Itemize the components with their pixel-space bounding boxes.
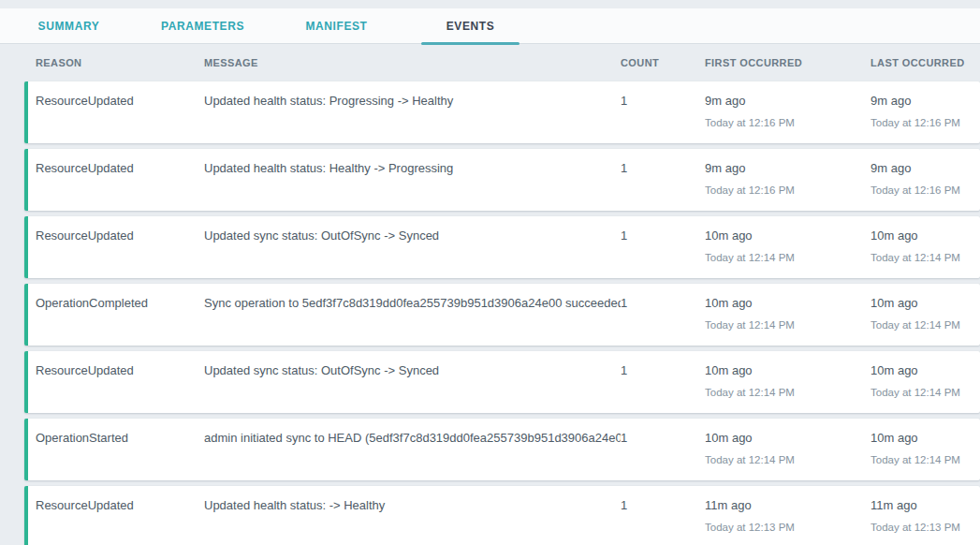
first-occurred-absolute: Today at 12:14 PM	[705, 250, 870, 265]
tab-summary[interactable]: SUMMARY	[2, 8, 136, 43]
last-occurred-relative: 10m ago	[870, 431, 980, 446]
header-reason: REASON	[28, 57, 204, 68]
first-occurred-absolute: Today at 12:14 PM	[705, 317, 870, 332]
event-last-occurred: 10m ago Today at 12:14 PM	[870, 228, 980, 278]
event-first-occurred: 10m ago Today at 12:14 PM	[705, 296, 870, 346]
event-first-occurred: 9m ago Today at 12:16 PM	[705, 161, 870, 211]
last-occurred-relative: 10m ago	[870, 363, 980, 378]
tab-manifest-label: MANIFEST	[305, 20, 367, 33]
header-count: COUNT	[621, 57, 705, 68]
tab-manifest[interactable]: MANIFEST	[270, 8, 403, 43]
first-occurred-absolute: Today at 12:16 PM	[705, 115, 870, 130]
event-reason: OperationCompleted	[28, 296, 204, 346]
event-message: Updated sync status: OutOfSync -> Synced	[204, 363, 621, 413]
application-tabs: SUMMARY PARAMETERS MANIFEST EVENTS	[0, 8, 980, 44]
first-occurred-relative: 10m ago	[705, 363, 870, 378]
last-occurred-relative: 9m ago	[870, 94, 980, 109]
event-first-occurred: 10m ago Today at 12:14 PM	[705, 363, 870, 413]
first-occurred-relative: 10m ago	[705, 228, 870, 243]
last-occurred-absolute: Today at 12:14 PM	[870, 452, 980, 467]
event-message: Updated health status: -> Healthy	[204, 498, 621, 545]
first-occurred-absolute: Today at 12:14 PM	[705, 385, 870, 400]
event-reason: ResourceUpdated	[28, 161, 204, 211]
last-occurred-absolute: Today at 12:16 PM	[870, 115, 980, 130]
event-count: 1	[621, 228, 705, 278]
event-message: Updated sync status: OutOfSync -> Synced	[204, 228, 621, 278]
event-count: 1	[621, 498, 705, 545]
event-last-occurred: 10m ago Today at 12:14 PM	[870, 431, 980, 480]
last-occurred-absolute: Today at 12:14 PM	[870, 250, 980, 265]
event-row: OperationStarted admin initiated sync to…	[24, 419, 980, 480]
event-message: Updated health status: Progressing -> He…	[204, 94, 621, 143]
first-occurred-relative: 9m ago	[705, 94, 870, 109]
last-occurred-relative: 10m ago	[870, 296, 980, 311]
header-last-occurred: LAST OCCURRED	[870, 57, 980, 68]
event-row: OperationCompleted Sync operation to 5ed…	[24, 284, 980, 346]
last-occurred-absolute: Today at 12:14 PM	[870, 317, 980, 332]
event-reason: ResourceUpdated	[28, 498, 204, 545]
event-first-occurred: 9m ago Today at 12:16 PM	[705, 94, 870, 143]
first-occurred-relative: 9m ago	[705, 161, 870, 176]
event-row: ResourceUpdated Updated health status: H…	[24, 149, 980, 211]
event-count: 1	[621, 94, 705, 143]
events-table-header: REASON MESSAGE COUNT FIRST OCCURRED LAST…	[28, 44, 980, 81]
first-occurred-absolute: Today at 12:16 PM	[705, 183, 870, 198]
event-row: ResourceUpdated Updated health status: P…	[24, 81, 980, 143]
event-last-occurred: 11m ago Today at 12:13 PM	[870, 498, 980, 545]
event-message: Sync operation to 5edf3f7c8d319dd0fea255…	[204, 296, 621, 346]
event-row: ResourceUpdated Updated health status: -…	[24, 486, 980, 545]
tab-summary-label: SUMMARY	[38, 20, 100, 33]
last-occurred-relative: 11m ago	[870, 498, 980, 513]
event-count: 1	[621, 296, 705, 346]
event-count: 1	[621, 161, 705, 211]
last-occurred-relative: 9m ago	[870, 161, 980, 176]
tab-events-label: EVENTS	[446, 20, 495, 33]
events-list: ResourceUpdated Updated health status: P…	[24, 81, 980, 545]
event-row: ResourceUpdated Updated sync status: Out…	[24, 216, 980, 278]
first-occurred-absolute: Today at 12:13 PM	[705, 520, 870, 535]
first-occurred-relative: 10m ago	[705, 296, 870, 311]
event-reason: ResourceUpdated	[28, 94, 204, 143]
event-first-occurred: 10m ago Today at 12:14 PM	[705, 431, 870, 480]
event-count: 1	[621, 431, 705, 480]
event-reason: ResourceUpdated	[28, 363, 204, 413]
tab-parameters[interactable]: PARAMETERS	[136, 8, 270, 43]
first-occurred-relative: 11m ago	[705, 498, 870, 513]
last-occurred-absolute: Today at 12:14 PM	[870, 385, 980, 400]
event-first-occurred: 11m ago Today at 12:13 PM	[705, 498, 870, 545]
event-count: 1	[621, 363, 705, 413]
first-occurred-absolute: Today at 12:14 PM	[705, 452, 870, 467]
tab-events[interactable]: EVENTS	[403, 8, 537, 43]
last-occurred-absolute: Today at 12:13 PM	[870, 520, 980, 535]
event-reason: OperationStarted	[28, 431, 204, 480]
event-last-occurred: 10m ago Today at 12:14 PM	[870, 363, 980, 413]
event-reason: ResourceUpdated	[28, 228, 204, 278]
event-message: Updated health status: Healthy -> Progre…	[204, 161, 621, 211]
header-message: MESSAGE	[204, 57, 621, 68]
last-occurred-relative: 10m ago	[870, 228, 980, 243]
event-last-occurred: 10m ago Today at 12:14 PM	[870, 296, 980, 346]
header-first-occurred: FIRST OCCURRED	[705, 57, 870, 68]
event-last-occurred: 9m ago Today at 12:16 PM	[870, 161, 980, 211]
tab-parameters-label: PARAMETERS	[161, 20, 244, 33]
event-message: admin initiated sync to HEAD (5edf3f7c8d…	[204, 431, 621, 480]
last-occurred-absolute: Today at 12:16 PM	[870, 183, 980, 198]
event-first-occurred: 10m ago Today at 12:14 PM	[705, 228, 870, 278]
event-last-occurred: 9m ago Today at 12:16 PM	[870, 94, 980, 143]
first-occurred-relative: 10m ago	[705, 431, 870, 446]
event-row: ResourceUpdated Updated sync status: Out…	[24, 351, 980, 413]
